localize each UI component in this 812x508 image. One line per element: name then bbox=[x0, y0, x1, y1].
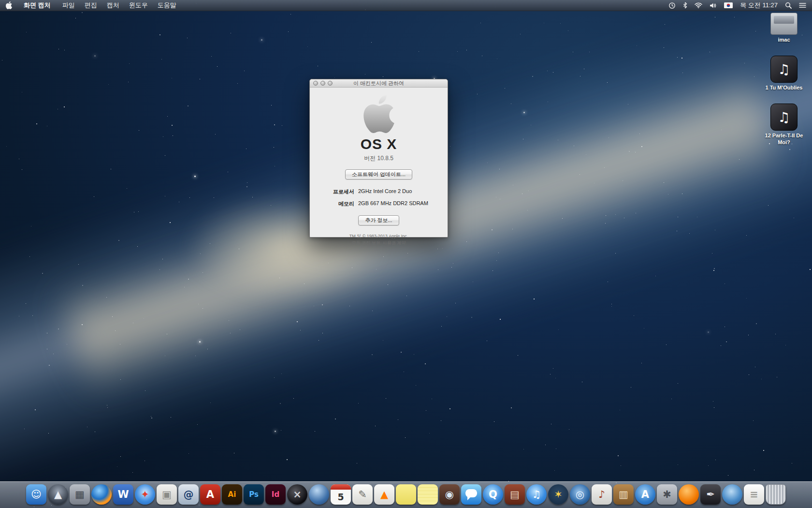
active-app-menu[interactable]: 화면 캡처 bbox=[19, 1, 56, 10]
dock-photo-booth[interactable]: ◉ bbox=[439, 484, 460, 505]
apple-menu[interactable] bbox=[6, 1, 12, 9]
dock-trash[interactable] bbox=[766, 484, 786, 505]
stuffit-icon bbox=[679, 484, 699, 505]
window-titlebar[interactable]: 이 매킨토시에 관하여 bbox=[310, 79, 448, 88]
menu-items: 파일편집캡처윈도우도움말 bbox=[58, 1, 181, 10]
organizer-icon: ▥ bbox=[613, 484, 634, 505]
dock-quicksilver[interactable]: × bbox=[287, 484, 307, 505]
dock-launchpad[interactable]: ▲ bbox=[48, 484, 68, 505]
dock-calendar[interactable]: 5 bbox=[331, 484, 351, 505]
minimize-button[interactable] bbox=[320, 81, 325, 86]
dock-quicktime[interactable]: Q bbox=[483, 484, 503, 505]
menu-윈도우[interactable]: 윈도우 bbox=[124, 1, 153, 10]
photoshop-icon: Ps bbox=[244, 484, 264, 505]
dock-acrobat[interactable]: A bbox=[200, 484, 220, 505]
indesign-icon: Id bbox=[265, 484, 286, 505]
dock-organizer[interactable]: ▥ bbox=[613, 484, 634, 505]
dock-finder[interactable]: ☺ bbox=[26, 484, 46, 505]
dock-ink[interactable]: ✒ bbox=[700, 484, 721, 505]
korean-input-flag-icon[interactable] bbox=[724, 2, 733, 8]
textedit-icon: ≡ bbox=[744, 484, 764, 505]
dock-notepad[interactable] bbox=[418, 484, 438, 505]
desktop-icon-audio-1-tu-m-oublies[interactable]: ♫1 Tu M'Oublies bbox=[766, 56, 803, 91]
desktop-wallpaper bbox=[0, 0, 812, 508]
hard-drive-icon bbox=[770, 13, 798, 35]
preview-icon: ▣ bbox=[157, 484, 177, 505]
spotlight-icon[interactable] bbox=[785, 2, 792, 9]
dock-vlc[interactable]: ▲ bbox=[374, 484, 394, 505]
wifi-icon[interactable] bbox=[695, 2, 702, 8]
os-version: 버전 10.8.5 bbox=[310, 154, 448, 163]
notepad-icon bbox=[418, 484, 438, 505]
illustrator-icon: Ai bbox=[222, 484, 242, 505]
messages-icon bbox=[461, 484, 481, 505]
menu-도움말[interactable]: 도움말 bbox=[153, 1, 181, 10]
desktop-icon-audio-12-parle-t-il-de-moi[interactable]: ♫12 Parle-T-Il De Moi? bbox=[762, 104, 806, 145]
desktop-icon-label: 12 Parle-T-Il De Moi? bbox=[762, 133, 806, 145]
menu-캡처[interactable]: 캡처 bbox=[102, 1, 124, 10]
dock-system-preferences[interactable]: ✱ bbox=[657, 484, 677, 505]
more-info-button[interactable]: 추가 정보... bbox=[358, 215, 399, 225]
desktop-icon-imac[interactable]: imac bbox=[770, 13, 798, 43]
dock-indesign[interactable]: Id bbox=[265, 484, 286, 505]
apple-icon bbox=[6, 1, 12, 9]
dock-iweb[interactable] bbox=[722, 484, 742, 505]
bluetooth-icon[interactable] bbox=[683, 2, 687, 9]
dock-preview[interactable]: ▣ bbox=[157, 484, 177, 505]
about-window-body: OS X 버전 10.8.5 소프트웨어 업데이트... 프로세서 2GHz I… bbox=[310, 88, 448, 247]
dock-app-grid[interactable]: ▦ bbox=[70, 484, 90, 505]
quicktime-icon: Q bbox=[483, 484, 503, 505]
books-icon: ▤ bbox=[505, 484, 525, 505]
dock-notes[interactable]: ✎ bbox=[352, 484, 373, 505]
dock-garageband[interactable]: ♪ bbox=[592, 484, 612, 505]
traffic-lights bbox=[313, 81, 333, 86]
vlc-icon: ▲ bbox=[374, 484, 394, 505]
memory-value: 2GB 667 MHz DDR2 SDRAM bbox=[358, 200, 428, 208]
dock-stickies[interactable] bbox=[396, 484, 416, 505]
processor-label: 프로세서 bbox=[310, 188, 354, 195]
mail-icon: @ bbox=[178, 484, 199, 505]
close-button[interactable] bbox=[313, 81, 318, 86]
menu-bar: 화면 캡처 파일편집캡처윈도우도움말 목 오전 11:27 bbox=[0, 0, 812, 11]
dock-word[interactable]: W bbox=[113, 484, 133, 505]
calendar-icon: 5 bbox=[331, 484, 351, 505]
audio-file-icon: ♫ bbox=[770, 104, 798, 131]
dock-safari[interactable]: ✦ bbox=[135, 484, 155, 505]
dock-messages[interactable] bbox=[461, 484, 481, 505]
dock-textedit[interactable]: ≡ bbox=[744, 484, 764, 505]
dock-iphoto[interactable]: ✶ bbox=[548, 484, 568, 505]
stickies-icon bbox=[396, 484, 416, 505]
menu-파일[interactable]: 파일 bbox=[58, 1, 80, 10]
memory-label: 메모리 bbox=[310, 200, 354, 208]
starfield bbox=[0, 0, 812, 508]
menu-편집[interactable]: 편집 bbox=[80, 1, 102, 10]
software-update-button[interactable]: 소프트웨어 업데이트... bbox=[345, 169, 412, 179]
dock-illustrator[interactable]: Ai bbox=[222, 484, 242, 505]
dock-books[interactable]: ▤ bbox=[505, 484, 525, 505]
volume-icon[interactable] bbox=[710, 2, 717, 9]
desktop-icon-label: imac bbox=[778, 37, 790, 43]
app-grid-icon: ▦ bbox=[70, 484, 90, 505]
notification-center-icon[interactable] bbox=[799, 2, 806, 8]
dock-stuffit[interactable] bbox=[679, 484, 699, 505]
dock: ☺▲▦W✦▣@AAiPsId×5✎▲◉Q▤♫✶◎♪▥A✱✒≡ bbox=[0, 480, 812, 508]
dock-app-store[interactable]: A bbox=[635, 484, 655, 505]
time-machine-icon[interactable] bbox=[668, 2, 676, 9]
about-this-mac-window: 이 매킨토시에 관하여 OS X 버전 10.8.5 소프트웨어 업데이트...… bbox=[309, 79, 448, 238]
zoom-button[interactable] bbox=[328, 81, 333, 86]
app-store-icon: A bbox=[635, 484, 655, 505]
copyright-line1: TM 및 © 1983-2013 Apple Inc. bbox=[310, 233, 448, 240]
audio-file-icon: ♫ bbox=[770, 56, 798, 83]
menu-bar-clock[interactable]: 목 오전 11:27 bbox=[740, 1, 778, 10]
copyright-line2: 모든 권리 보유. 사용권 계약 bbox=[310, 240, 448, 247]
launchpad-icon: ▲ bbox=[48, 484, 68, 505]
dock-itunes[interactable]: ♫ bbox=[526, 484, 547, 505]
dock-photoshop[interactable]: Ps bbox=[244, 484, 264, 505]
iweb-icon bbox=[722, 484, 742, 505]
dock-mail[interactable]: @ bbox=[178, 484, 199, 505]
dock-idvd[interactable]: ◎ bbox=[570, 484, 590, 505]
processor-value: 2GHz Intel Core 2 Duo bbox=[358, 188, 412, 195]
dock-chess[interactable] bbox=[309, 484, 329, 505]
dock-firefox[interactable] bbox=[91, 484, 112, 505]
menu-bar-status-area: 목 오전 11:27 bbox=[668, 1, 812, 10]
